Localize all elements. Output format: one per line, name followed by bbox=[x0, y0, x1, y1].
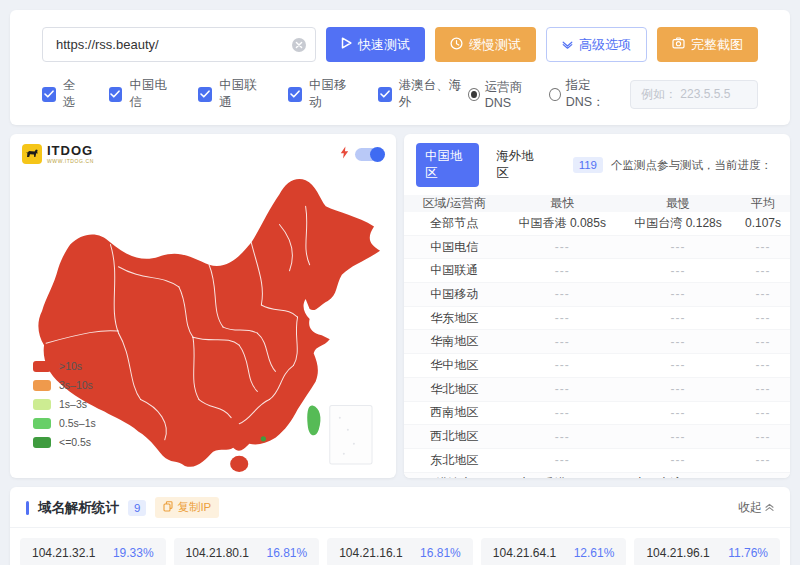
carrier-checkbox-4[interactable]: 港澳台、海外 bbox=[378, 77, 468, 111]
row-value: --- bbox=[620, 240, 736, 254]
row-value: --- bbox=[504, 264, 620, 278]
table-row[interactable]: 港澳台中国香港 0.085s中国台湾 0.128s0.107s bbox=[404, 473, 790, 478]
camera-icon bbox=[672, 37, 685, 52]
row-name: 华北地区 bbox=[404, 381, 504, 398]
row-value: --- bbox=[504, 335, 620, 349]
ip-chip-0[interactable]: 104.21.32.119.33% bbox=[20, 538, 166, 565]
row-value: --- bbox=[736, 335, 790, 349]
table-row[interactable]: 华北地区--------- bbox=[404, 378, 790, 402]
row-value: --- bbox=[736, 287, 790, 301]
row-value: --- bbox=[620, 358, 736, 372]
dns-stats-card: 域名解析统计 9 复制IP 收起 104.21.32.119.33%104.21… bbox=[10, 487, 790, 565]
column-header: 平均 bbox=[736, 195, 790, 212]
table-row[interactable]: 西北地区--------- bbox=[404, 425, 790, 449]
copy-ip-button[interactable]: 复制IP bbox=[155, 497, 219, 518]
legend-item-1: 3s–10s bbox=[33, 379, 96, 391]
legend-item-2: 1s–3s bbox=[33, 398, 96, 410]
custom-dns-input[interactable] bbox=[630, 80, 758, 109]
fast-test-button[interactable]: 快速测试 bbox=[326, 27, 425, 62]
row-name: 港澳台 bbox=[404, 475, 504, 478]
play-icon bbox=[341, 37, 352, 52]
row-value: --- bbox=[504, 287, 620, 301]
checkbox-checked-icon bbox=[288, 87, 302, 102]
row-value: --- bbox=[504, 453, 620, 467]
row-value: 中国台湾 0.128s bbox=[620, 475, 736, 478]
custom-dns-radio[interactable]: 指定DNS： bbox=[549, 77, 622, 111]
collapse-button[interactable]: 收起 bbox=[738, 499, 774, 516]
row-value: --- bbox=[504, 382, 620, 396]
legend-swatch bbox=[33, 361, 51, 372]
ip-percentage: 12.61% bbox=[574, 546, 615, 560]
legend-label: 3s–10s bbox=[59, 379, 93, 391]
brand-subtitle: WWW.ITDOG.CN bbox=[47, 159, 94, 164]
row-value: --- bbox=[620, 311, 736, 325]
carrier-dns-radio[interactable]: 运营商DNS bbox=[468, 79, 541, 110]
hainan-region bbox=[230, 456, 248, 472]
row-value: --- bbox=[620, 264, 736, 278]
row-name: 中国电信 bbox=[404, 239, 504, 256]
ip-address: 104.21.80.1 bbox=[186, 546, 249, 560]
row-name: 中国移动 bbox=[404, 286, 504, 303]
row-value: --- bbox=[736, 430, 790, 444]
taiwan-region bbox=[307, 405, 320, 435]
chevron-down-icon bbox=[562, 37, 573, 52]
row-value: --- bbox=[736, 311, 790, 325]
slow-test-button[interactable]: 缓慢测试 bbox=[435, 27, 536, 62]
legend-label: 1s–3s bbox=[59, 398, 87, 410]
clear-input-icon[interactable] bbox=[291, 37, 307, 53]
row-value: --- bbox=[620, 382, 736, 396]
carrier-checkbox-0[interactable]: 全选 bbox=[42, 77, 86, 111]
table-row[interactable]: 华中地区--------- bbox=[404, 354, 790, 378]
full-screenshot-button[interactable]: 完整截图 bbox=[657, 27, 758, 62]
row-value: --- bbox=[620, 453, 736, 467]
carrier-checkbox-2[interactable]: 中国联通 bbox=[198, 77, 265, 111]
table-row[interactable]: 华南地区--------- bbox=[404, 330, 790, 354]
advanced-options-button[interactable]: 高级选项 bbox=[546, 27, 647, 62]
legend-label: >10s bbox=[59, 360, 82, 372]
ip-count-badge: 9 bbox=[128, 500, 146, 516]
ip-percentage: 16.81% bbox=[266, 546, 307, 560]
table-row[interactable]: 东北地区--------- bbox=[404, 449, 790, 473]
tab-overseas[interactable]: 海外地区 bbox=[487, 143, 550, 187]
ip-chip-2[interactable]: 104.21.16.116.81% bbox=[327, 538, 473, 565]
map-legend: >10s3s–10s1s–3s0.5s–1s<=0.5s bbox=[33, 360, 96, 448]
map-toggle[interactable] bbox=[355, 148, 384, 161]
row-value: --- bbox=[620, 335, 736, 349]
row-value: --- bbox=[504, 311, 620, 325]
table-row[interactable]: 中国电信--------- bbox=[404, 236, 790, 260]
tab-china[interactable]: 中国地区 bbox=[416, 143, 479, 187]
lightning-icon bbox=[340, 145, 349, 163]
carrier-checkbox-3[interactable]: 中国移动 bbox=[288, 77, 355, 111]
table-row[interactable]: 华东地区--------- bbox=[404, 307, 790, 331]
checkbox-checked-icon bbox=[109, 87, 123, 102]
carrier-checkbox-1[interactable]: 中国电信 bbox=[109, 77, 176, 111]
table-row[interactable]: 西南地区--------- bbox=[404, 402, 790, 426]
ip-chip-3[interactable]: 104.21.64.112.61% bbox=[481, 538, 627, 565]
collapse-label: 收起 bbox=[738, 499, 762, 516]
row-name: 华南地区 bbox=[404, 333, 504, 350]
ip-address: 104.21.96.1 bbox=[646, 546, 709, 560]
row-value: --- bbox=[736, 264, 790, 278]
row-value: 0.107s bbox=[736, 216, 790, 230]
legend-label: <=0.5s bbox=[59, 436, 91, 448]
row-value: --- bbox=[504, 358, 620, 372]
ip-percentage: 16.81% bbox=[420, 546, 461, 560]
sea-inset-box bbox=[330, 406, 372, 464]
row-value: --- bbox=[736, 453, 790, 467]
ip-chip-4[interactable]: 104.21.96.111.76% bbox=[634, 538, 780, 565]
table-row[interactable]: 全部节点中国香港 0.085s中国台湾 0.128s0.107s bbox=[404, 212, 790, 236]
radio-selected-icon bbox=[468, 88, 480, 101]
ip-chip-1[interactable]: 104.21.80.116.81% bbox=[174, 538, 320, 565]
fast-test-label: 快速测试 bbox=[358, 36, 410, 54]
slow-test-label: 缓慢测试 bbox=[469, 36, 521, 54]
table-row[interactable]: 中国移动--------- bbox=[404, 283, 790, 307]
table-row[interactable]: 中国联通--------- bbox=[404, 259, 790, 283]
row-value: --- bbox=[504, 240, 620, 254]
legend-swatch bbox=[33, 418, 51, 429]
legend-item-4: <=0.5s bbox=[33, 436, 96, 448]
legend-swatch bbox=[33, 437, 51, 448]
toolbar-card: 快速测试 缓慢测试 高级选项 完整截图 全选中国电信中国联通中国移动港澳台、海外… bbox=[10, 10, 790, 125]
chevron-up-double-icon bbox=[765, 501, 774, 515]
hongkong-region bbox=[261, 436, 266, 441]
url-input[interactable] bbox=[42, 27, 316, 62]
